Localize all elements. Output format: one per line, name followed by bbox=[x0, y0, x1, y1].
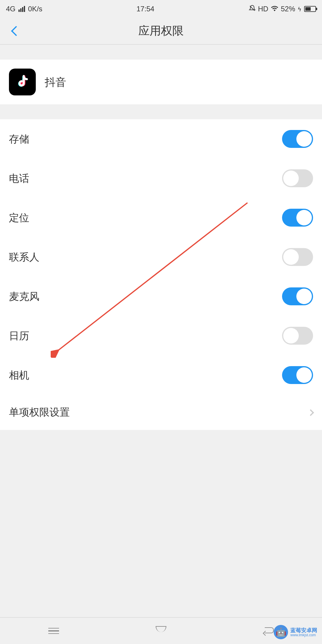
permission-label: 日历 bbox=[9, 329, 29, 343]
permission-label: 电话 bbox=[9, 171, 29, 185]
status-bar: 4G 0K/s 17:54 HD 52% ϟ bbox=[0, 0, 322, 18]
permission-toggle-location[interactable] bbox=[282, 209, 313, 227]
wifi-icon bbox=[271, 5, 278, 13]
status-left: 4G 0K/s bbox=[6, 5, 42, 13]
chevron-right-icon bbox=[307, 409, 314, 416]
permission-toggle-camera[interactable] bbox=[282, 366, 313, 384]
nav-home-button[interactable] bbox=[149, 622, 173, 640]
watermark-url: www.lmkjst.com bbox=[290, 633, 317, 637]
permission-toggle-storage[interactable] bbox=[282, 130, 313, 148]
permission-label: 联系人 bbox=[9, 250, 39, 264]
menu-icon bbox=[48, 628, 59, 634]
permission-item-contacts: 联系人 bbox=[0, 237, 322, 277]
network-speed: 0K/s bbox=[28, 5, 42, 13]
permission-item-microphone: 麦克风 bbox=[0, 277, 322, 316]
app-section: 抖音 bbox=[0, 60, 322, 104]
app-name: 抖音 bbox=[45, 75, 66, 89]
permission-toggle-calendar[interactable] bbox=[282, 327, 313, 345]
permission-label: 存储 bbox=[9, 132, 29, 146]
permission-item-calendar: 日历 bbox=[0, 316, 322, 355]
permission-list: 存储 电话 定位 联系人 麦克风 日历 相机 单项权限设置 bbox=[0, 119, 322, 430]
header: 应用权限 bbox=[0, 18, 322, 45]
charging-icon: ϟ bbox=[298, 6, 302, 12]
nav-menu-button[interactable] bbox=[42, 622, 66, 640]
permission-toggle-microphone[interactable] bbox=[282, 287, 313, 305]
signal-icon bbox=[18, 6, 25, 12]
chevron-left-icon bbox=[11, 26, 21, 36]
hd-label: HD bbox=[258, 5, 268, 13]
permission-label: 定位 bbox=[9, 211, 29, 225]
permission-label: 麦克风 bbox=[9, 290, 39, 303]
permission-toggle-contacts[interactable] bbox=[282, 248, 313, 266]
bell-off-icon bbox=[248, 4, 256, 13]
watermark-name: 蓝莓安卓网 bbox=[290, 628, 317, 633]
permission-item-location: 定位 bbox=[0, 198, 322, 237]
back-icon bbox=[264, 627, 273, 634]
permission-item-storage: 存储 bbox=[0, 119, 322, 159]
permission-item-camera: 相机 bbox=[0, 355, 322, 395]
back-button[interactable] bbox=[7, 22, 25, 40]
battery-percent: 52% bbox=[281, 5, 295, 13]
status-time: 17:54 bbox=[137, 5, 154, 13]
status-right: HD 52% ϟ bbox=[248, 4, 316, 13]
watermark: 🤖 蓝莓安卓网 www.lmkjst.com bbox=[274, 625, 317, 639]
home-icon bbox=[156, 626, 166, 632]
individual-permission-settings[interactable]: 单项权限设置 bbox=[0, 395, 322, 430]
page-title: 应用权限 bbox=[0, 23, 322, 39]
link-label: 单项权限设置 bbox=[9, 405, 70, 419]
network-type: 4G bbox=[6, 5, 16, 13]
battery-icon bbox=[304, 6, 316, 12]
permission-label: 相机 bbox=[9, 368, 29, 382]
permission-toggle-phone[interactable] bbox=[282, 169, 313, 187]
app-icon bbox=[9, 69, 36, 95]
watermark-logo-icon: 🤖 bbox=[274, 625, 288, 639]
permission-item-phone: 电话 bbox=[0, 159, 322, 198]
